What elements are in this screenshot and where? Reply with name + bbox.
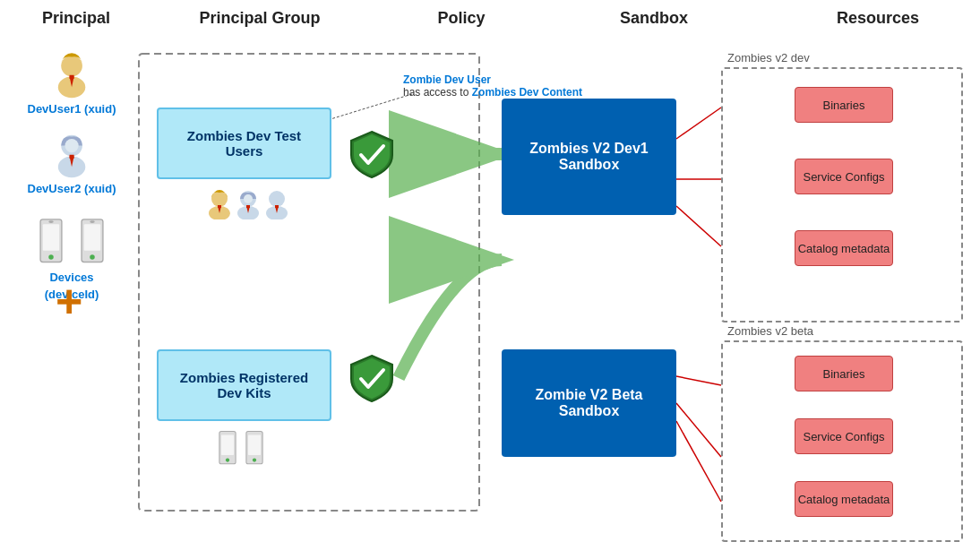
annotation-has-access: has access to bbox=[403, 86, 472, 99]
svg-point-33 bbox=[269, 191, 285, 207]
svg-rect-34 bbox=[275, 205, 279, 208]
mini-device1-icon bbox=[215, 430, 240, 468]
group-box-bottom: Zombies Registered Dev Kits bbox=[157, 349, 331, 421]
svg-rect-22 bbox=[84, 224, 100, 250]
svg-line-8 bbox=[676, 421, 721, 502]
svg-line-3 bbox=[676, 108, 721, 139]
sandbox-top-label: Zombies V2 Dev1 Sandbox bbox=[511, 141, 667, 173]
resources-bottom-label: Zombies v2 beta bbox=[727, 324, 813, 338]
devuser2-avatar-icon bbox=[47, 129, 97, 178]
annotation-block: Zombie Dev User has access to Zombies De… bbox=[403, 73, 582, 99]
svg-point-23 bbox=[90, 254, 95, 260]
shield-bottom-icon bbox=[349, 354, 394, 403]
svg-point-37 bbox=[226, 459, 229, 462]
resource-service-configs-top: Service Configs bbox=[795, 159, 893, 194]
mini-user2-icon bbox=[235, 188, 262, 219]
group-top-label: Zombies Dev Test Users bbox=[168, 128, 321, 159]
resource-service-configs-bottom: Service Configs bbox=[795, 418, 893, 454]
annotation-link: Zombie Dev User bbox=[403, 73, 491, 86]
plus-sign: + bbox=[56, 278, 82, 324]
svg-point-24 bbox=[90, 220, 95, 223]
svg-point-20 bbox=[48, 220, 54, 223]
svg-point-11 bbox=[61, 56, 82, 77]
svg-point-30 bbox=[244, 194, 253, 203]
svg-point-15 bbox=[64, 139, 78, 152]
resources-bottom-box: Zombies v2 beta Binaries Service Configs… bbox=[721, 340, 963, 542]
group-bottom-label: Zombies Registered Dev Kits bbox=[168, 370, 321, 400]
mini-devices-group bbox=[215, 430, 267, 468]
svg-rect-39 bbox=[248, 435, 261, 455]
svg-rect-16 bbox=[69, 155, 73, 159]
header-principal: Principal bbox=[9, 9, 143, 28]
header-resources: Resources bbox=[797, 9, 959, 28]
devices-icons bbox=[34, 218, 109, 267]
group-box-top: Zombies Dev Test Users bbox=[157, 108, 331, 179]
mini-user3-icon bbox=[263, 188, 290, 219]
devuser2-label: DevUser2 (xuid) bbox=[28, 182, 116, 195]
devuser2-block: DevUser2 (xuid) bbox=[9, 129, 134, 195]
header-policy: Policy bbox=[403, 9, 520, 28]
svg-line-6 bbox=[676, 376, 721, 385]
resource-binaries-bottom: Binaries bbox=[795, 356, 893, 391]
mini-users-group bbox=[206, 188, 290, 219]
resource-binaries-top: Binaries bbox=[795, 87, 893, 123]
principal-section: DevUser1 (xuid) DevUser2 (xuid) bbox=[9, 49, 134, 301]
resources-top-box: Zombies v2 dev Binaries Service Configs … bbox=[721, 67, 963, 322]
svg-rect-18 bbox=[43, 224, 59, 250]
device1-icon bbox=[34, 218, 68, 267]
resource-catalog-metadata-top: Catalog metadata bbox=[795, 230, 893, 266]
devuser1-label: DevUser1 (xuid) bbox=[28, 102, 116, 116]
devuser1-block: DevUser1 (xuid) bbox=[9, 49, 134, 116]
svg-point-26 bbox=[211, 191, 228, 207]
sandbox-top: Zombies V2 Dev1 Sandbox bbox=[502, 99, 676, 215]
svg-line-7 bbox=[676, 403, 721, 457]
device2-icon bbox=[75, 218, 109, 267]
sandbox-bottom: Zombie V2 Beta Sandbox bbox=[502, 349, 676, 457]
shield-top-icon bbox=[349, 130, 394, 179]
resource-catalog-metadata-bottom: Catalog metadata bbox=[795, 481, 893, 517]
svg-rect-12 bbox=[69, 75, 73, 79]
svg-point-40 bbox=[253, 459, 256, 462]
mini-device2-icon bbox=[242, 430, 267, 468]
header-principal-group: Principal Group bbox=[170, 9, 349, 28]
sandbox-bottom-label: Zombie V2 Beta Sandbox bbox=[511, 387, 667, 419]
annotation-dev-content: Zombies Dev Content bbox=[472, 86, 582, 99]
devuser1-avatar-icon bbox=[47, 49, 97, 99]
svg-rect-31 bbox=[246, 205, 250, 208]
svg-point-19 bbox=[48, 254, 54, 260]
annotation-text: has access to Zombies Dev Content bbox=[403, 86, 582, 99]
svg-line-5 bbox=[676, 206, 721, 246]
svg-rect-27 bbox=[218, 205, 221, 208]
svg-rect-36 bbox=[221, 435, 234, 455]
header-sandbox: Sandbox bbox=[564, 9, 744, 28]
resources-top-label: Zombies v2 dev bbox=[727, 51, 810, 64]
mini-user1-icon bbox=[206, 188, 233, 219]
